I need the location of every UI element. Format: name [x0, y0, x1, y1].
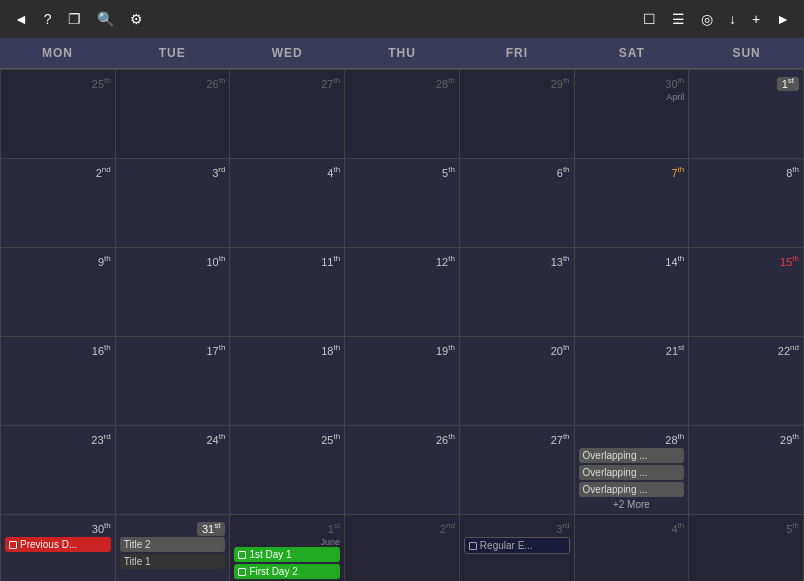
calendar-cell[interactable]: 15th [689, 248, 804, 337]
circle-icon[interactable]: ◎ [697, 9, 717, 29]
calendar-cell[interactable]: 26th [116, 70, 231, 159]
date-number: 5th [693, 519, 799, 537]
calendar-cell[interactable]: 4th [230, 159, 345, 248]
calendar-cell[interactable]: 2nd [345, 515, 460, 581]
calendar-cell[interactable]: 31stTitle 2Title 1 [116, 515, 231, 581]
calendar-cell[interactable]: 27th [230, 70, 345, 159]
header-sun: SUN [689, 38, 804, 68]
date-number: 27th [464, 430, 570, 448]
more-events-link[interactable]: +2 More [579, 499, 685, 510]
date-number: 13th [464, 252, 570, 270]
forward-icon[interactable]: ► [772, 9, 794, 29]
calendar-cell[interactable]: 5th [689, 515, 804, 581]
calendar-cell[interactable]: 3rdRegular E... [460, 515, 575, 581]
calendar-cell[interactable]: 6th [460, 159, 575, 248]
event-pill[interactable]: Title 2 [120, 537, 226, 552]
calendar-cell[interactable]: 28th [345, 70, 460, 159]
calendar-cell[interactable]: 25th [1, 70, 116, 159]
calendar-cell[interactable]: 11th [230, 248, 345, 337]
calendar-cell[interactable]: 20th [460, 337, 575, 426]
month-label: June [234, 537, 340, 547]
list-icon[interactable]: ☰ [668, 9, 689, 29]
calendar-cell[interactable]: 1st [689, 70, 804, 159]
calendar-cell[interactable]: 25th [230, 426, 345, 515]
calendar-cell[interactable]: 30thApril [575, 70, 690, 159]
calendar-cell[interactable]: 29th [689, 426, 804, 515]
calendar-cell[interactable]: 24th [116, 426, 231, 515]
header-wed: WED [230, 38, 345, 68]
header-mon: MON [0, 38, 115, 68]
date-number: 28th [349, 74, 455, 92]
date-number: 25th [234, 430, 340, 448]
event-label: Overlapping ... [583, 484, 648, 495]
calendar-cell[interactable]: 19th [345, 337, 460, 426]
calendar-cell[interactable]: 13th [460, 248, 575, 337]
date-number: 31st [120, 519, 226, 537]
download-icon[interactable]: ↓ [725, 9, 740, 29]
calendar-cell[interactable]: 17th [116, 337, 231, 426]
event-pill[interactable]: Title 1 [120, 554, 226, 569]
date-number: 30th [5, 519, 111, 537]
date-number: 19th [349, 341, 455, 359]
calendar-cell[interactable]: 26th [345, 426, 460, 515]
event-label: Previous D... [20, 539, 77, 550]
calendar-cell[interactable]: 10th [116, 248, 231, 337]
add-icon[interactable]: + [748, 9, 764, 29]
date-number: 2nd [349, 519, 455, 537]
calendar-cell[interactable]: 22nd [689, 337, 804, 426]
date-number: 20th [464, 341, 570, 359]
event-pill[interactable]: 1st Day 1 [234, 547, 340, 562]
calendar-cell[interactable]: 4th [575, 515, 690, 581]
calendar-cell[interactable]: 12th [345, 248, 460, 337]
event-pill[interactable]: Overlapping ... [579, 482, 685, 497]
calendar-cell[interactable]: 23rd [1, 426, 116, 515]
settings-icon[interactable]: ⚙ [126, 9, 147, 29]
date-number: 26th [349, 430, 455, 448]
calendar-cell[interactable]: 28thOverlapping ...Overlapping ...Overla… [575, 426, 690, 515]
calendar-cell[interactable]: 9th [1, 248, 116, 337]
calendar-cell[interactable]: 29th [460, 70, 575, 159]
date-number: 1st [693, 74, 799, 92]
date-number: 3rd [464, 519, 570, 537]
calendar-cell[interactable]: 16th [1, 337, 116, 426]
date-number: 14th [579, 252, 685, 270]
calendar-cell[interactable]: 8th [689, 159, 804, 248]
event-label: Overlapping ... [583, 450, 648, 461]
date-number: 15th [693, 252, 799, 270]
event-pill[interactable]: Regular E... [464, 537, 570, 554]
calendar-cell[interactable]: 14th [575, 248, 690, 337]
event-type-icon [238, 551, 246, 559]
calendar-cell[interactable]: 7th [575, 159, 690, 248]
date-number: 27th [234, 74, 340, 92]
date-number: 10th [120, 252, 226, 270]
calendar-cell[interactable]: 3rd [116, 159, 231, 248]
event-pill[interactable]: First Day 2 [234, 564, 340, 579]
calendar-cell[interactable]: 1stJune1st Day 1First Day 2Title 1 [230, 515, 345, 581]
event-label: 1st Day 1 [249, 549, 291, 560]
calendar-cell[interactable]: 21st [575, 337, 690, 426]
event-label: Regular E... [480, 540, 533, 551]
calendar-cell[interactable]: 30thPrevious D... [1, 515, 116, 581]
date-number: 22nd [693, 341, 799, 359]
search-icon[interactable]: 🔍 [93, 9, 118, 29]
copy-icon[interactable]: ❐ [64, 9, 85, 29]
event-type-icon [9, 541, 17, 549]
view-icon[interactable]: ☐ [639, 9, 660, 29]
day-headers: MON TUE WED THU FRI SAT SUN [0, 38, 804, 69]
date-number: 5th [349, 163, 455, 181]
event-pill[interactable]: Previous D... [5, 537, 111, 552]
date-number: 4th [579, 519, 685, 537]
calendar-cell[interactable]: 18th [230, 337, 345, 426]
event-label: First Day 2 [249, 566, 297, 577]
back-icon[interactable]: ◄ [10, 9, 32, 29]
top-bar: ◄ ? ❐ 🔍 ⚙ ☐ ☰ ◎ ↓ + ► [0, 0, 804, 38]
date-number: 4th [234, 163, 340, 181]
calendar-cell[interactable]: 5th [345, 159, 460, 248]
date-number: 29th [464, 74, 570, 92]
calendar-cell[interactable]: 27th [460, 426, 575, 515]
date-number: 8th [693, 163, 799, 181]
event-pill[interactable]: Overlapping ... [579, 465, 685, 480]
help-icon[interactable]: ? [40, 9, 56, 29]
event-pill[interactable]: Overlapping ... [579, 448, 685, 463]
calendar-cell[interactable]: 2nd [1, 159, 116, 248]
